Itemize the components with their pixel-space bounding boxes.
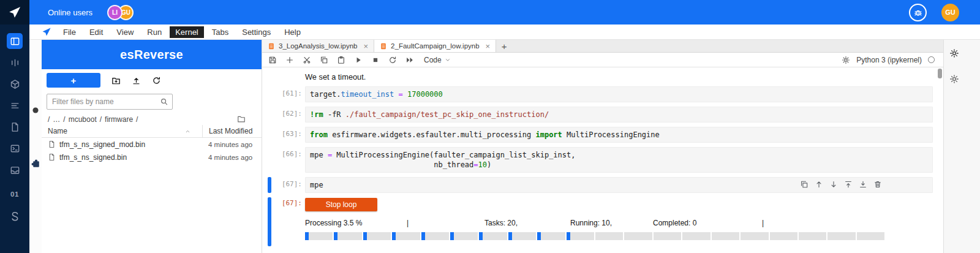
code-cell-input[interactable]: mpe [305, 177, 933, 193]
notebook-tab[interactable]: 2_FaultCampaign_low.ipynb× [374, 40, 496, 52]
menu-tabs[interactable]: Tabs [206, 26, 234, 38]
execution-count: [61]: [271, 86, 305, 102]
document-button[interactable] [7, 119, 23, 135]
task-progress-bar [827, 232, 855, 240]
task-progress-bar [305, 232, 333, 240]
breadcrumb-item[interactable]: / [100, 115, 102, 124]
duplicate-icon[interactable] [800, 180, 809, 189]
notebook-tab[interactable]: 3_LogAnalysis_low.ipynb× [262, 40, 374, 52]
status-text: Completed: 0 [653, 219, 762, 227]
menu-bar: FileEditViewRunKernelTabsSettingsHelp [29, 25, 980, 40]
sessions-button[interactable] [7, 55, 23, 70]
notebook-toolbar: Code Python 3 (ipykernel) [262, 53, 943, 67]
cell-type-dropdown[interactable]: Code [424, 56, 451, 64]
code-cell: [61]:target.timeout_inst = 17000000 [268, 86, 943, 102]
breadcrumb-item[interactable]: … [53, 115, 60, 124]
kernel-name[interactable]: Python 3 (ipykernel) [856, 56, 922, 64]
esreverse-home-button[interactable] [0, 0, 29, 25]
gear-icon[interactable] [842, 56, 850, 64]
stop-loop-button[interactable]: Stop loop [305, 198, 377, 211]
code-cell-input[interactable]: from esfirmware.widgets.esfaulter.multi_… [305, 127, 933, 143]
search-icon [160, 97, 168, 106]
menu-edit[interactable]: Edit [84, 26, 108, 38]
insert-above-icon[interactable] [844, 180, 853, 189]
menu-help[interactable]: Help [279, 26, 306, 38]
menu-run[interactable]: Run [141, 26, 167, 38]
breadcrumb-item[interactable]: firmware [105, 115, 133, 124]
code-cell-input[interactable]: !rm -fR ./fault_campaign/test_pc_skip_on… [305, 107, 933, 123]
task-progress-bar [537, 232, 565, 240]
move-up-icon[interactable] [815, 180, 823, 189]
markdown-cell[interactable]: We set a timeout. [305, 72, 943, 81]
rail-label-01[interactable]: 01 [10, 191, 19, 200]
inbox-button[interactable] [7, 162, 23, 178]
filter-files-input[interactable] [47, 94, 173, 110]
task-progress-bar [624, 232, 652, 240]
save-icon[interactable] [268, 56, 277, 64]
file-row[interactable]: tfm_s_ns_signed_mod.bin4 minutes ago [42, 138, 262, 151]
terminal-button[interactable] [7, 140, 23, 156]
copy-icon[interactable] [320, 56, 328, 64]
debug-button[interactable] [909, 4, 927, 21]
status-text: Tasks: 20, [484, 219, 570, 227]
menu-view[interactable]: View [111, 26, 139, 38]
delete-icon[interactable] [873, 180, 882, 189]
status-text: Processing 3.5 % [305, 219, 407, 227]
upload-icon[interactable] [132, 76, 141, 85]
esreverse-mark-icon [9, 211, 21, 222]
extensions-puzzle-icon[interactable] [31, 159, 40, 168]
cut-icon[interactable] [303, 56, 311, 64]
column-header-name[interactable]: Name [48, 127, 67, 135]
file-list-header: Name Last Modified [42, 125, 262, 138]
close-tab-icon[interactable]: × [364, 42, 369, 50]
gear-icon[interactable] [949, 74, 959, 84]
add-tab-button[interactable]: + [496, 40, 512, 52]
file-row[interactable]: tfm_s_ns_signed.bin4 minutes ago [42, 151, 262, 164]
breadcrumb-item[interactable]: / [48, 115, 50, 124]
document-tab-bar: 3_LogAnalysis_low.ipynb×2_FaultCampaign_… [262, 40, 943, 53]
column-header-modified[interactable]: Last Modified [202, 125, 252, 137]
notebook-content: We set a timeout. [61]:target.timeout_in… [262, 67, 943, 253]
breadcrumb-item[interactable]: mcuboot [69, 115, 97, 124]
close-tab-icon[interactable]: × [486, 42, 491, 50]
restart-icon[interactable] [388, 56, 397, 64]
stop-icon[interactable] [371, 56, 380, 64]
new-launcher-button[interactable]: + [47, 73, 100, 88]
menu-file[interactable]: File [58, 26, 81, 38]
run-all-icon[interactable] [405, 56, 414, 64]
run-icon[interactable] [354, 56, 363, 64]
campaign-status-row: Processing 3.5 %|Tasks: 20,Running: 10,C… [305, 219, 943, 227]
kernel-area: Python 3 (ipykernel) [842, 56, 935, 64]
code-cell-input[interactable]: mpe = MultiProcessingEngine(faulter_camp… [305, 147, 933, 173]
task-progress-bar [770, 232, 797, 240]
cell-toolbar [800, 180, 882, 189]
menu-settings[interactable]: Settings [236, 26, 276, 38]
esreverse-mark-button[interactable] [7, 208, 23, 224]
code-cell: [62]:!rm -fR ./fault_campaign/test_pc_sk… [268, 107, 943, 123]
new-folder-icon[interactable] [111, 76, 121, 85]
breadcrumb-item[interactable]: / [63, 115, 65, 124]
record-circle-icon[interactable] [31, 106, 40, 115]
folder-icon[interactable] [237, 115, 246, 123]
paste-icon[interactable] [337, 56, 345, 64]
user-avatar[interactable]: GU [941, 4, 959, 21]
task-progress-bar [421, 232, 449, 240]
code-cell: [63]:from esfirmware.widgets.esfaulter.m… [268, 127, 943, 143]
package-button[interactable] [7, 76, 23, 92]
panel-button[interactable] [7, 33, 23, 49]
online-user-avatar[interactable]: LI [107, 5, 123, 20]
online-user-avatars: LIGU [107, 5, 134, 20]
menu-kernel[interactable]: Kernel [170, 26, 204, 38]
breadcrumb-item[interactable]: / [136, 115, 138, 124]
add-cell-icon[interactable] [285, 56, 294, 64]
file-list: tfm_s_ns_signed_mod.bin4 minutes agotfm_… [42, 138, 262, 164]
refresh-icon[interactable] [152, 76, 161, 85]
list-button[interactable] [7, 97, 23, 113]
chevron-down-icon [445, 57, 451, 63]
insert-below-icon[interactable] [859, 180, 867, 189]
tools-icon[interactable] [949, 48, 959, 58]
notebook-scrollbar-thumb[interactable] [938, 69, 942, 78]
code-cell-input[interactable]: target.timeout_inst = 17000000 [305, 86, 933, 102]
move-down-icon[interactable] [829, 180, 838, 189]
sort-caret-icon[interactable] [185, 129, 190, 134]
